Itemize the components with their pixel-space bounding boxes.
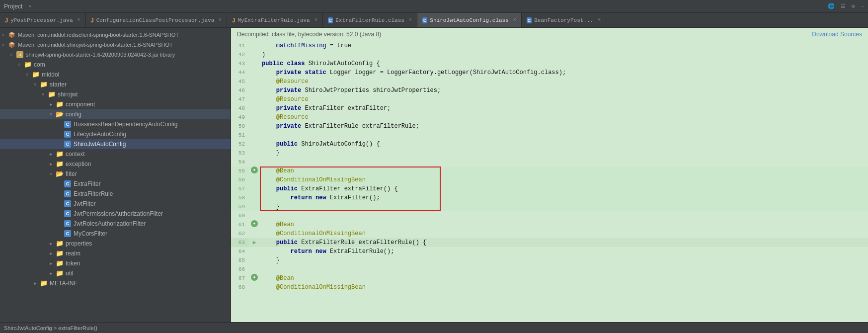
close-tab-bean[interactable]: × xyxy=(598,17,601,23)
java-icon-3: J xyxy=(232,17,235,23)
class-icon-shiro: C xyxy=(422,17,428,23)
code-line-60: 60 xyxy=(231,211,868,220)
bean-indicator-55: ● xyxy=(251,166,258,173)
code-editor[interactable]: 41 matchIfMissing = true 42 ) 43 public … xyxy=(231,41,868,322)
tree-lifecycle[interactable]: C LifecycleAutoConfig xyxy=(0,129,231,139)
folder-starter: 📁 xyxy=(40,81,48,88)
arrow-meta: ▶ xyxy=(34,281,40,286)
code-line-42: 42 ) xyxy=(231,50,868,59)
tab-ypost[interactable]: J yPostProcessor.java × xyxy=(0,13,86,27)
code-line-56: 56 @ConditionalOnMissingBean xyxy=(231,175,868,184)
tree-config[interactable]: ▽ 📂 config xyxy=(0,109,231,119)
code-line-55: 55 ● @Bean xyxy=(231,166,868,175)
expand-icon[interactable]: ▾ xyxy=(28,3,31,9)
banner-text: Decompiled .class file, bytecode version… xyxy=(237,31,381,38)
arrow-realm: ▶ xyxy=(50,251,56,256)
tree-exception[interactable]: ▶ 📁 exception xyxy=(0,159,231,169)
code-line-61: 61 ● @Bean xyxy=(231,220,868,229)
arrow-context: ▶ xyxy=(50,152,56,157)
bean-indicator-67: ● xyxy=(251,274,258,281)
tree-com[interactable]: ▽ 📁 com xyxy=(0,60,231,70)
tree-realm[interactable]: ▶ 📁 realm xyxy=(0,249,231,258)
tree-shirojwt[interactable]: ▽ 📁 shirojwt xyxy=(0,89,231,99)
tree-jwtroles[interactable]: C JwtRolesAuthorizationFilter xyxy=(0,219,231,229)
code-line-43: 43 public class ShiroJwtAutoConfig { xyxy=(231,59,868,68)
main-content: ▷ 📦 Maven: com.middol:redisclient-spring… xyxy=(0,28,868,322)
tab-shiro[interactable]: C ShiroJwtAutoConfig.class × xyxy=(417,13,522,27)
arrow-icon-2: ▷ xyxy=(2,42,8,48)
tree-token[interactable]: ▶ 📁 token xyxy=(0,258,231,268)
java-icon: J xyxy=(5,17,8,23)
close-tab-shiro[interactable]: × xyxy=(513,17,516,23)
tab-myextra[interactable]: J MyExtraFilterRule.java × xyxy=(227,13,322,27)
tree-mycors[interactable]: C MyCorsFilter xyxy=(0,229,231,239)
code-line-58: 58 return new ExtraFilter(); xyxy=(231,193,868,202)
project-header: Project ▾ 🌐 ☰ ⚙ − xyxy=(0,0,868,13)
class-icon-jwt: C xyxy=(64,200,72,208)
close-tab-config[interactable]: × xyxy=(219,17,222,23)
tree-maven-shiro[interactable]: ▷ 📦 Maven: com.middol:shirojwt-spring-bo… xyxy=(0,40,231,50)
code-line-63: 63 ▶ public ExtraFilterRule extraFilterR… xyxy=(231,238,868,247)
code-line-57: 57 public ExtraFilter extraFilter() { xyxy=(231,184,868,193)
arrow-properties: ▶ xyxy=(50,241,56,247)
close-tab-extra[interactable]: × xyxy=(409,17,412,23)
tree-component[interactable]: ▶ 📁 component xyxy=(0,99,231,109)
tree-jwtperm[interactable]: C JwtPermissionsAuthorizationFilter xyxy=(0,209,231,219)
code-line-46: 46 private ShiroJwtProperties shiroJwtPr… xyxy=(231,86,868,95)
gear-icon[interactable]: ⚙ xyxy=(852,3,855,9)
folder-icon: 📦 xyxy=(8,31,16,39)
class-icon-ef: C xyxy=(64,180,72,188)
arrow-util: ▶ xyxy=(50,271,56,276)
tree-maven-redis[interactable]: ▷ 📦 Maven: com.middol:redisclient-spring… xyxy=(0,30,231,40)
folder-icon-2: 📦 xyxy=(8,41,16,49)
globe-icon[interactable]: 🌐 xyxy=(828,3,835,9)
folder-component: 📁 xyxy=(56,100,64,108)
arrow-middol: ▽ xyxy=(26,72,32,78)
jar-icon: J xyxy=(16,51,24,59)
class-icon-jwtperm: C xyxy=(64,210,72,218)
class-icon-efr: C xyxy=(64,190,72,198)
tree-jwtfilter[interactable]: C JwtFilter xyxy=(0,199,231,209)
tree-middol[interactable]: ▽ 📁 middol xyxy=(0,70,231,80)
arrow-icon: ▷ xyxy=(2,32,8,38)
tree-jar[interactable]: ▽ J shirojwt-spring-boot-starter-1.6-202… xyxy=(0,50,231,60)
minus-icon[interactable]: − xyxy=(861,3,864,9)
code-line-53: 53 } xyxy=(231,149,868,158)
code-line-64: 64 return new ExtraFilterRule(); xyxy=(231,247,868,256)
arrow-config: ▽ xyxy=(50,112,56,117)
download-sources-link[interactable]: Download Sources xyxy=(812,31,862,38)
code-line-50: 50 private ExtraFilterRule extraFilterRu… xyxy=(231,122,868,131)
code-line-67: 67 ● @Bean xyxy=(231,274,868,283)
tree-filter[interactable]: ▽ 📂 filter xyxy=(0,169,231,179)
code-line-45: 45 @Resource xyxy=(231,77,868,86)
tree-extrafilterrule[interactable]: C ExtraFilterRule xyxy=(0,189,231,199)
arrow-starter: ▽ xyxy=(34,82,40,87)
close-tab-ypost[interactable]: × xyxy=(78,17,80,23)
folder-realm: 📁 xyxy=(56,250,64,257)
tree-context[interactable]: ▶ 📁 context xyxy=(0,149,231,159)
tree-starter[interactable]: ▽ 📁 starter xyxy=(0,80,231,89)
tree-util[interactable]: ▶ 📁 util xyxy=(0,268,231,278)
folder-filter: 📂 xyxy=(56,170,64,178)
class-icon-extra: C xyxy=(328,17,333,23)
tab-extra[interactable]: C ExtraFilterRule.class × xyxy=(323,13,417,27)
code-line-49: 49 @Resource xyxy=(231,113,868,122)
tab-config[interactable]: J ConfigurationClassPostProcessor.java × xyxy=(86,13,228,27)
tree-meta-inf[interactable]: ▶ 📁 META-INF xyxy=(0,278,231,288)
folder-com: 📁 xyxy=(24,61,32,69)
tree-bussiness[interactable]: C BussinessBeanDependencyAutoConfig xyxy=(0,119,231,129)
list-icon[interactable]: ☰ xyxy=(841,3,846,9)
breadcrumb-bar: ShiroJwtAutoConfig > extraFilterRule() xyxy=(0,322,868,333)
tree-shiroconfig[interactable]: C ShiroJwtAutoConfig xyxy=(0,139,231,149)
tree-extrafilter[interactable]: C ExtraFilter xyxy=(0,179,231,189)
class-icon-shiroconfig: C xyxy=(64,140,72,148)
code-line-51: 51 xyxy=(231,131,868,140)
tree-properties[interactable]: ▶ 📁 properties xyxy=(0,239,231,249)
java-icon-2: J xyxy=(91,17,94,23)
class-icon-jwtroles: C xyxy=(64,220,72,228)
folder-util: 📁 xyxy=(56,269,64,277)
bean-indicator-61: ● xyxy=(251,220,258,227)
close-tab-myextra[interactable]: × xyxy=(315,17,317,23)
code-line-54: 54 xyxy=(231,158,868,166)
tab-bean[interactable]: C BeanFactoryPost... × xyxy=(522,13,606,27)
